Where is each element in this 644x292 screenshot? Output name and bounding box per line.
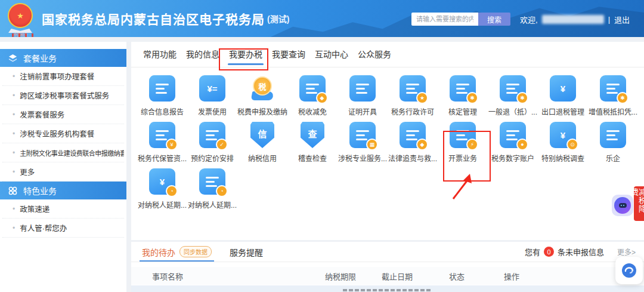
bullet-icon: • (13, 110, 15, 119)
icon-glyph: ¥ (160, 177, 165, 186)
more-link[interactable]: 更多> (617, 247, 636, 257)
taxpayer-extension-icon: ¥◔ (149, 168, 175, 195)
bullet-icon: • (13, 72, 15, 81)
sidebar-item-label: 跨区域涉税事项套餐式服务 (20, 90, 109, 101)
tab-公众服务[interactable]: 公众服务 (358, 42, 391, 67)
doc-lines (356, 130, 369, 140)
sidebar-item-0-4[interactable]: •主附税文化事业建设费联合申报缴纳套餐 (2, 143, 124, 162)
doc-lines (206, 177, 219, 187)
sidebar-item-0-5[interactable]: •更多 (2, 162, 124, 182)
service-item-7[interactable]: ✱一般退（抵）... (488, 75, 538, 117)
service-item-5[interactable]: ★税务行政许可 (388, 75, 438, 117)
tab-互动中心[interactable]: 互动中心 (315, 42, 348, 67)
sidebar-section-header[interactable]: 套餐业务 (0, 49, 126, 67)
todo-table-body (131, 285, 644, 292)
service-label: 证明开具 (348, 106, 377, 116)
my-todo-label: 我的待办 (142, 246, 175, 258)
leqi-icon (600, 122, 626, 148)
service-item-4[interactable]: 证明开具 (338, 75, 388, 117)
clock-badge-icon: ◔ (166, 185, 178, 197)
tab-我要查询[interactable]: 我要查询 (272, 42, 305, 67)
service-float-button[interactable] (615, 257, 643, 284)
service-item-9[interactable]: ✱增值税抵扣凭... (588, 75, 638, 117)
service-logo-icon (621, 262, 637, 279)
national-emblem-icon: ★ (8, 3, 33, 28)
service-label: 税务行政许可 (391, 106, 434, 116)
admin-license-icon: ★ (400, 75, 426, 102)
special-investigation-icon: ¥⊙ (550, 122, 576, 148)
tax-filing-payment-icon: 税 (249, 75, 275, 102)
search-input[interactable] (411, 13, 478, 26)
tab-我的信息[interactable]: 我的信息 (186, 42, 219, 67)
search-button[interactable]: 搜索 (478, 13, 510, 26)
todo-table-header: 事项名称纳税期限截止日期状态操作 (131, 267, 644, 285)
sidebar-item-0-3[interactable]: •涉税专业服务机构套餐 (2, 124, 124, 143)
digital-account-icon: ● (500, 122, 526, 148)
logout-link[interactable]: 退出 (614, 14, 630, 25)
service-item-15[interactable]: ◆法律追责与救... (388, 122, 438, 164)
doc-lines (306, 84, 319, 94)
service-label: 涉税专业服务... (338, 153, 387, 163)
service-label: 乐企 (606, 153, 620, 163)
tax-reduction-icon: ◆ (299, 75, 326, 102)
service-item-10[interactable]: ¥税务代保管资... (137, 122, 187, 164)
main-tabs: 常用功能我的信息我要办税我要查询互动中心公众服务 (131, 42, 644, 67)
tab-常用功能[interactable]: 常用功能 (143, 42, 177, 67)
service-item-2[interactable]: 税税费申报及缴纳 (237, 75, 287, 117)
tax-credit-shield-icon: 信 (250, 122, 274, 148)
tax-professional-service-icon: ▦ (349, 122, 376, 148)
doc-lines (156, 84, 169, 94)
services-grid: 综合信息报告¥=发票使用税税费申报及缴纳◆税收减免证明开具★税务行政许可✱核定管… (131, 67, 644, 210)
service-item-19[interactable]: 乐企 (588, 122, 638, 164)
service-item-0[interactable]: 综合信息报告 (137, 75, 187, 117)
sidebar-item-0-1[interactable]: •跨区域涉税事项套餐式服务 (2, 86, 124, 105)
gear-badge-icon: ✱ (617, 92, 628, 104)
tax-reduction-banner[interactable]: 减税降费 (634, 186, 644, 221)
check-badge-icon: ✓ (216, 139, 228, 150)
service-item-16[interactable]: ⚡开票业务 (438, 122, 488, 164)
doc-lines (356, 84, 369, 94)
service-label: 特别纳税调查 (541, 153, 584, 163)
sidebar-section-header[interactable]: 特色业务 (0, 182, 126, 199)
sidebar-item-0-0[interactable]: •注销前置事项办理套餐 (2, 67, 124, 86)
service-item-13[interactable]: 查稽查检查 (287, 122, 338, 164)
service-item-3[interactable]: ◆税收减免 (287, 75, 338, 117)
page-title: 国家税务总局内蒙古自治区电子税务局 (42, 10, 265, 27)
legal-liability-icon: ◆ (400, 122, 426, 148)
robot-assistant-button[interactable] (612, 195, 633, 216)
service-item-14[interactable]: ▦涉税专业服务... (338, 122, 388, 164)
advance-pricing-icon: ✓ (199, 122, 225, 148)
service-item-8[interactable]: ¥出口退税管理 (538, 75, 588, 117)
icon-glyph: 查 (308, 130, 317, 139)
service-item-6[interactable]: ✱核定管理 (438, 75, 488, 117)
bullet-icon: • (13, 205, 15, 213)
tab-service-reminder[interactable]: 服务提醒 (230, 246, 263, 258)
person-badge-icon: ● (516, 139, 528, 150)
bullet-icon: • (13, 224, 15, 232)
tab-我要办税[interactable]: 我要办税 (229, 42, 262, 67)
sidebar-item-label: 注销前置事项办理套餐 (20, 70, 94, 82)
service-item-12[interactable]: 信纳税信用 (237, 122, 287, 164)
sidebar-item-1-1[interactable]: •有人管·帮您办 (2, 219, 124, 238)
bank-badge-icon: ▦ (366, 139, 378, 150)
gavel-badge-icon: ◆ (416, 139, 428, 150)
service-item-11[interactable]: ✓预约定价安排 (187, 122, 237, 164)
sidebar-item-label: 更多 (20, 166, 35, 177)
service-label: 增值税抵扣凭... (589, 106, 637, 116)
service-item-20[interactable]: ¥◔对纳税人延期... (137, 168, 187, 210)
bullet-icon: • (13, 130, 15, 138)
sidebar-item-1-0[interactable]: •政策速递 (2, 199, 124, 219)
header-search: 搜索 (411, 13, 510, 26)
service-item-17[interactable]: ●税务数字账户 (488, 122, 538, 164)
service-item-21[interactable]: ◔对纳税人延期... (187, 168, 237, 210)
tab-my-todo[interactable]: 我的待办 同步数据 (142, 242, 212, 262)
divider: | (608, 15, 610, 24)
service-label: 税务数字账户 (491, 153, 534, 163)
service-item-18[interactable]: ¥⊙特别纳税调查 (538, 122, 588, 164)
service-item-1[interactable]: ¥=发票使用 (187, 75, 237, 117)
sync-data-badge[interactable]: 同步数据 (179, 246, 212, 257)
service-label: 税费申报及缴纳 (237, 106, 287, 116)
service-label: 出口退税管理 (541, 106, 584, 116)
sidebar-item-0-2[interactable]: •发票套餐服务 (2, 105, 124, 124)
icon-glyph: 信 (258, 130, 267, 139)
